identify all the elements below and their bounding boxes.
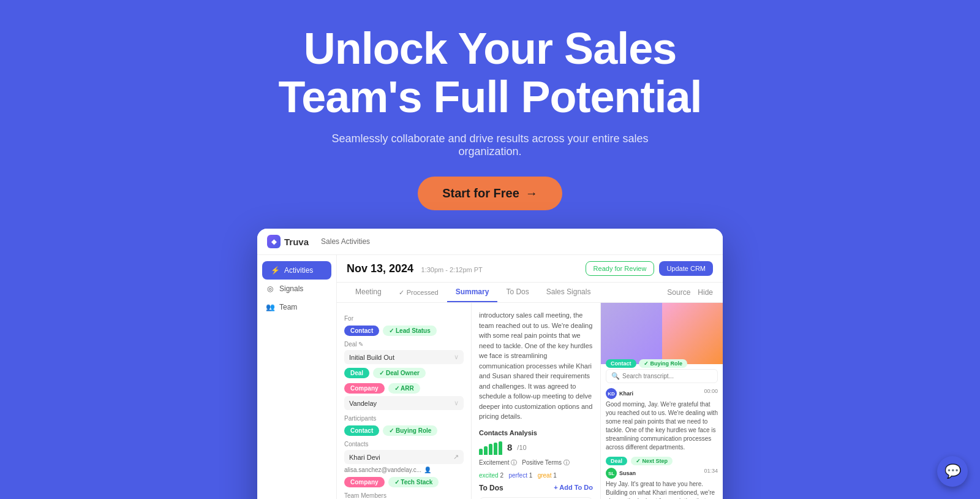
app-header: ◆ Truva Sales Activities	[257, 229, 723, 255]
tech-stack-tag: ✓ Tech Stack	[388, 477, 439, 487]
search-icon: 🔍	[611, 372, 620, 380]
signals-icon: ◎	[266, 284, 274, 293]
tab-meeting[interactable]: Meeting	[347, 283, 390, 302]
positive-terms-label: Positive Terms ⓘ	[522, 459, 570, 467]
tab-todos[interactable]: To Dos	[497, 283, 537, 302]
company-tech-tags: Company ✓ Tech Stack	[344, 477, 464, 487]
deal-value: Initial Build Out ∨	[344, 350, 464, 364]
hero-section: Unlock Your Sales Team's Full Potential …	[0, 0, 980, 210]
activity-header: Nov 13, 2024 1:30pm - 2:12pm PT Ready fo…	[337, 255, 723, 283]
summary-text: introductory sales call meeting, the tea…	[479, 310, 593, 422]
team-icon: 👥	[266, 303, 274, 311]
deal-next-step-tag-row: Deal ✓ Next Step	[606, 457, 718, 465]
contacts-analysis-header: Contacts Analysis	[479, 429, 593, 436]
transcript-text-1: Good morning, Jay. We're grateful that y…	[606, 400, 718, 452]
excitement-label: Excitement ⓘ	[479, 459, 517, 467]
activity-time: 1:30pm - 2:12pm PT	[421, 266, 483, 273]
chat-icon: 💬	[944, 463, 961, 479]
deal-tags: Deal ✓ Deal Owner	[344, 368, 464, 378]
app-sidebar: ⚡ Activities ◎ Signals 👥 Team	[257, 255, 337, 499]
middle-panel: introductory sales call meeting, the tea…	[472, 303, 600, 499]
chat-bubble-button[interactable]: 💬	[937, 456, 968, 487]
app-logo: ◆ Truva	[267, 235, 309, 248]
app-screenshot: ◆ Truva Sales Activities ⚡ Activities ◎ …	[257, 229, 723, 499]
chart-bars	[479, 440, 502, 455]
company-value: Vandelay ∨	[344, 396, 464, 410]
bar-5	[499, 441, 502, 455]
transcript-entry-1: KD Khari 00:00 Good morning, Jay. We're …	[606, 388, 718, 452]
for-label: For	[344, 315, 464, 322]
deal-owner-tag: ✓ Deal Owner	[373, 368, 426, 378]
contact-email-row: alisa.sanchez@vandelay.c... 👤	[344, 467, 464, 473]
company-tag2: Company	[344, 477, 385, 487]
tab-summary[interactable]: Summary	[447, 283, 498, 302]
tab-sales-signals[interactable]: Sales Signals	[538, 283, 600, 302]
transcript-panel: 🔍 KD Khari 00:00	[601, 364, 723, 499]
score-denom: /10	[517, 444, 526, 451]
next-step-tag: ✓ Next Step	[631, 457, 673, 465]
sidebar-item-team[interactable]: 👥 Team	[257, 298, 336, 316]
todos-header: To Dos + Add To Do	[479, 484, 593, 492]
deal-tag-transcript: Deal	[606, 457, 627, 465]
transcript-search-input[interactable]	[622, 373, 712, 379]
lead-status-tag: ✓ Lead Status	[383, 326, 436, 336]
contact-buying-tags: Contact ✓ Buying Role	[344, 425, 464, 436]
bar-4	[494, 443, 497, 455]
source-label: Source	[667, 288, 690, 297]
cta-arrow-icon: →	[526, 186, 538, 200]
tab-bar: Meeting ✓ Processed Summary To Dos Sales…	[337, 283, 723, 303]
deal-label: Deal ✎	[344, 341, 464, 348]
company-arr-tags: Company ✓ ARR	[344, 383, 464, 394]
arr-tag: ✓ ARR	[388, 383, 420, 394]
activities-icon: ⚡	[271, 266, 279, 275]
avatar-kd: KD	[606, 388, 617, 399]
team-label: Team Members	[344, 492, 464, 499]
sidebar-item-signals[interactable]: ◎ Signals	[257, 280, 336, 298]
buying-role-tag: ✓ Buying Role	[383, 425, 437, 436]
transcript-meta-2: SL Susan 01:34	[606, 468, 718, 479]
start-free-button[interactable]: Start for Free →	[418, 177, 562, 210]
hide-link[interactable]: Hide	[698, 288, 713, 297]
sentiment-row: excited 2 perfect 1 great 1	[479, 472, 593, 479]
company-tag: Company	[344, 383, 385, 394]
excitement-row: Excitement ⓘ Positive Terms ⓘ	[479, 459, 593, 467]
transcript-meta-1: KD Khari 00:00	[606, 388, 718, 399]
transcript-search-bar[interactable]: 🔍	[606, 369, 718, 383]
transcript-entry-2: SL Susan 01:34 Hey Jay. It's great to ha…	[606, 468, 718, 499]
app-body: ⚡ Activities ◎ Signals 👥 Team Nov 13, 20…	[257, 255, 723, 499]
transcript-text-2: Hey Jay. It's great to have you here. Bu…	[606, 480, 718, 499]
contact-tag-for: Contact	[344, 326, 379, 336]
add-todo-btn[interactable]: + Add To Do	[554, 484, 593, 492]
content-area: For Contact ✓ Lead Status Deal ✎ Initial…	[337, 303, 723, 499]
participants-label: Participants	[344, 415, 464, 422]
left-panel: For Contact ✓ Lead Status Deal ✎ Initial…	[337, 303, 472, 499]
score-row: 8 /10	[479, 440, 593, 455]
update-crm-button[interactable]: Update CRM	[659, 261, 713, 276]
logo-icon: ◆	[267, 235, 281, 248]
hero-subtitle: Seamlessly collaborate and drive results…	[306, 132, 674, 158]
sidebar-item-activities[interactable]: ⚡ Activities	[262, 261, 331, 280]
contacts-label: Contacts	[344, 441, 464, 448]
contact-name-value: Khari Devi ↗	[344, 450, 464, 464]
todos-section: To Dos + Add To Do ✕ Send Pricing Option…	[479, 484, 593, 499]
for-tags: Contact ✓ Lead Status	[344, 326, 464, 336]
bar-3	[489, 444, 492, 455]
company-section: Company ✓ ARR Vandelay ∨	[344, 383, 464, 410]
ready-review-button[interactable]: Ready for Review	[586, 261, 655, 276]
activity-date: Nov 13, 2024	[347, 262, 413, 275]
app-main: Nov 13, 2024 1:30pm - 2:12pm PT Ready fo…	[337, 255, 723, 499]
video-thumbnail: ▶	[601, 303, 723, 364]
bar-2	[484, 446, 488, 455]
contact-overlay-tag: Contact ✓ Buying Role	[606, 357, 687, 368]
hero-title: Unlock Your Sales Team's Full Potential	[279, 25, 702, 121]
app-breadcrumb: Sales Activities	[321, 237, 370, 246]
score-num: 8	[507, 442, 512, 452]
tab-processed[interactable]: ✓ Processed	[390, 283, 447, 302]
activity-actions: Ready for Review Update CRM	[586, 261, 713, 276]
deal-tag: Deal	[344, 368, 369, 378]
right-panel: ▶ Contact ✓ Buying Role 🔍	[600, 303, 723, 499]
contact-tag-p: Contact	[344, 425, 379, 436]
avatar-sl: SL	[606, 468, 617, 479]
bar-1	[479, 449, 483, 455]
activity-date-row: Nov 13, 2024 1:30pm - 2:12pm PT	[347, 262, 483, 275]
